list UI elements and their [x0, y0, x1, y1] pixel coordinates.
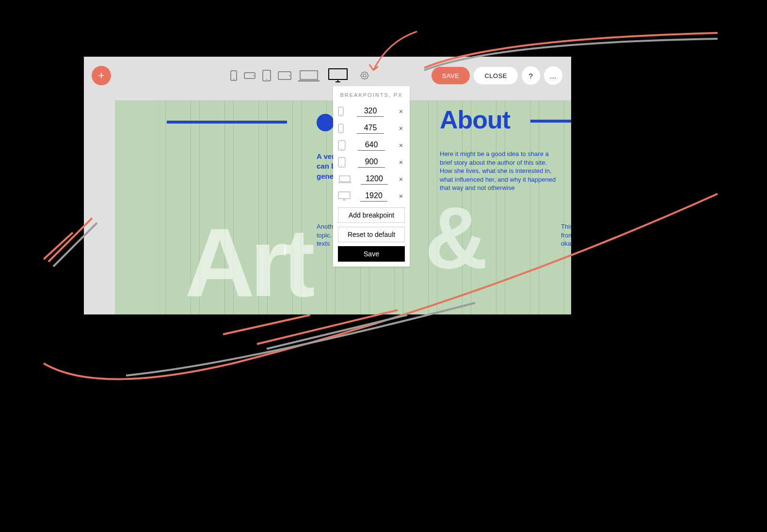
- breakpoint-delete[interactable]: ×: [397, 141, 405, 149]
- editor-window: + SAVE CLO: [84, 57, 571, 314]
- svg-point-1: [233, 78, 234, 79]
- svg-point-14: [340, 114, 341, 115]
- breakpoint-row: ×: [333, 170, 410, 187]
- svg-rect-10: [329, 69, 347, 79]
- device-phone-landscape[interactable]: [243, 72, 256, 79]
- phone-landscape-icon: [244, 72, 256, 79]
- popup-title: BREAKPOINTS, PX: [333, 86, 410, 102]
- breakpoint-row: ×: [333, 187, 410, 203]
- device-desktop[interactable]: [325, 66, 351, 85]
- breakpoint-row: ×: [333, 102, 410, 119]
- device-tablet-portrait[interactable]: [261, 70, 272, 81]
- breakpoint-input[interactable]: [361, 173, 388, 185]
- watermark-art: Art: [185, 207, 310, 314]
- about-copy: Here it might be a good idea to share a …: [440, 150, 556, 192]
- tablet-portrait-icon: [262, 70, 271, 81]
- device-laptop[interactable]: [297, 69, 320, 82]
- breakpoint-input[interactable]: [357, 106, 384, 117]
- toolbar-actions: SAVE CLOSE ? ...: [431, 57, 562, 94]
- save-breakpoints-button[interactable]: Save: [338, 246, 405, 262]
- breakpoint-input[interactable]: [358, 156, 385, 168]
- breakpoint-input[interactable]: [358, 140, 385, 151]
- svg-point-16: [340, 131, 341, 132]
- breakpoints-popup: BREAKPOINTS, PX × × × × × × Add breakpoi…: [333, 86, 410, 266]
- breakpoint-row: ×: [333, 119, 410, 136]
- about-heading: About: [440, 105, 510, 134]
- editor-toolbar: + SAVE CLO: [84, 57, 571, 94]
- svg-point-7: [289, 75, 290, 76]
- watermark-ampersand: &: [425, 188, 488, 288]
- gear-icon: [360, 71, 369, 80]
- svg-line-28: [44, 233, 73, 259]
- tablet-portrait-icon: [338, 140, 346, 151]
- breakpoint-delete[interactable]: ×: [397, 124, 405, 132]
- breakpoint-input[interactable]: [360, 190, 387, 202]
- svg-rect-21: [339, 176, 350, 182]
- breakpoint-delete[interactable]: ×: [397, 175, 405, 183]
- more-button[interactable]: ...: [544, 66, 562, 85]
- svg-point-5: [266, 79, 267, 80]
- breakpoint-row: ×: [333, 136, 410, 153]
- desktop-icon: [328, 68, 348, 83]
- save-button[interactable]: SAVE: [431, 67, 470, 84]
- breakpoint-delete[interactable]: ×: [397, 158, 405, 166]
- svg-rect-23: [338, 192, 350, 199]
- paragraph-4: This text b from the o okay and: [561, 222, 571, 248]
- breakpoint-delete[interactable]: ×: [397, 192, 405, 200]
- heading-dot: [317, 114, 334, 131]
- svg-point-3: [253, 75, 254, 76]
- phone-portrait-icon: [338, 107, 344, 116]
- tablet-landscape-icon: [278, 71, 291, 80]
- breakpoint-settings-button[interactable]: [360, 71, 369, 80]
- svg-point-20: [341, 165, 342, 166]
- breakpoint-input[interactable]: [357, 123, 384, 134]
- svg-point-18: [341, 148, 342, 149]
- breakpoint-row: ×: [333, 153, 410, 170]
- device-phone-portrait[interactable]: [229, 70, 238, 81]
- reset-breakpoints-button[interactable]: Reset to default: [338, 227, 405, 242]
- add-button[interactable]: +: [92, 66, 111, 85]
- laptop-icon: [298, 69, 320, 82]
- heading-underline: [167, 121, 287, 124]
- tablet-portrait-icon: [338, 157, 346, 168]
- desktop-icon: [338, 191, 351, 201]
- phone-portrait-icon: [230, 70, 237, 81]
- phone-portrait-icon: [338, 124, 344, 133]
- about-underline: [530, 120, 571, 123]
- add-breakpoint-button[interactable]: Add breakpoint: [338, 207, 405, 223]
- laptop-icon: [338, 175, 352, 184]
- svg-line-29: [257, 310, 398, 344]
- breakpoint-delete[interactable]: ×: [397, 107, 405, 115]
- help-button[interactable]: ?: [522, 66, 540, 85]
- close-button[interactable]: CLOSE: [474, 67, 518, 84]
- device-tablet-landscape[interactable]: [277, 71, 292, 80]
- svg-rect-8: [300, 71, 318, 79]
- svg-line-31: [223, 315, 310, 334]
- svg-line-30: [267, 315, 407, 349]
